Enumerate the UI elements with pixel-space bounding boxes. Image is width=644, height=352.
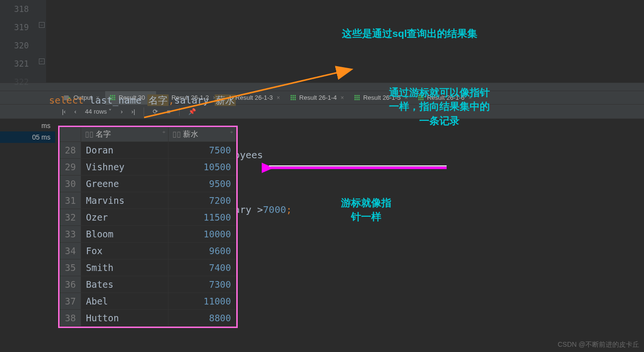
- row-number-cell[interactable]: 34: [60, 243, 81, 259]
- cell-salary[interactable]: 9600: [169, 243, 236, 259]
- column-header-name[interactable]: ▯▯名字÷: [81, 128, 169, 142]
- line-number: 318: [0, 0, 29, 18]
- sql-identifier: last_name: [89, 94, 141, 106]
- row-number-cell[interactable]: 33: [60, 226, 81, 243]
- cell-name[interactable]: Ozer: [81, 209, 169, 226]
- cell-name[interactable]: Smith: [81, 259, 169, 276]
- cell-name[interactable]: Vishney: [81, 159, 169, 176]
- row-number-cell[interactable]: 37: [60, 293, 81, 310]
- cell-salary[interactable]: 9500: [169, 176, 236, 192]
- fold-end-icon[interactable]: ⌐: [39, 59, 45, 64]
- line-number: 320: [0, 36, 29, 55]
- table-row[interactable]: 37Abel11000: [60, 293, 236, 310]
- row-number-cell[interactable]: 29: [60, 159, 81, 176]
- table-row[interactable]: 33Bloom10000: [60, 226, 236, 243]
- sql-alias: 名字: [147, 94, 169, 106]
- column-icon: ▯▯: [85, 130, 94, 138]
- cell-name[interactable]: Bates: [81, 276, 169, 293]
- stop-button[interactable]: ■: [165, 107, 172, 116]
- table-row[interactable]: 30Greene9500: [60, 176, 236, 192]
- line-number: 322: [0, 73, 29, 91]
- results-grid[interactable]: ▯▯名字÷ ▯▯薪水÷ 28Doran750029Vishney1050030G…: [58, 126, 238, 328]
- row-number-cell[interactable]: 36: [60, 276, 81, 293]
- table-row[interactable]: 28Doran7500: [60, 142, 236, 159]
- sql-keyword: select: [49, 94, 84, 106]
- cell-name[interactable]: Marvins: [81, 192, 169, 209]
- row-number-cell[interactable]: 31: [60, 192, 81, 209]
- cell-name[interactable]: Bloom: [81, 226, 169, 243]
- table-row[interactable]: 31Marvins7200: [60, 192, 236, 209]
- line-number: 321: [0, 55, 29, 73]
- row-number-cell[interactable]: 35: [60, 259, 81, 276]
- row-number-cell[interactable]: 38: [60, 310, 81, 327]
- cell-salary[interactable]: 7300: [169, 276, 236, 293]
- row-number-cell[interactable]: 30: [60, 176, 81, 192]
- cell-salary[interactable]: 10500: [169, 159, 236, 176]
- cell-name[interactable]: Abel: [81, 293, 169, 310]
- column-icon: ▯▯: [172, 130, 181, 138]
- annotation-text: 通过游标就可以像指针 一样，指向结果集中的 一条记录: [389, 85, 490, 128]
- fold-column: − ⌐: [37, 0, 46, 82]
- code-content[interactable]: select last_name 名字,salary 薪水 from emplo…: [46, 0, 644, 82]
- watermark-text: CSDN @不断前进的皮卡丘: [558, 340, 639, 349]
- cell-salary[interactable]: 11500: [169, 209, 236, 226]
- cell-salary[interactable]: 10000: [169, 226, 236, 243]
- fold-start-icon[interactable]: −: [39, 22, 45, 28]
- sort-icon[interactable]: ÷: [163, 129, 166, 135]
- sidebar-label: ms: [0, 120, 55, 131]
- column-header-salary[interactable]: ▯▯薪水÷: [169, 128, 236, 142]
- table-row[interactable]: 32Ozer11500: [60, 209, 236, 226]
- table-row[interactable]: 36Bates7300: [60, 276, 236, 293]
- table-row[interactable]: 35Smith7400: [60, 259, 236, 276]
- sql-alias: 薪水: [215, 94, 236, 106]
- results-table: ▯▯名字÷ ▯▯薪水÷ 28Doran750029Vishney1050030G…: [60, 127, 236, 327]
- table-row[interactable]: 38Hutton8800: [60, 310, 236, 327]
- cell-name[interactable]: Fox: [81, 243, 169, 259]
- table-row[interactable]: 34Fox9600: [60, 243, 236, 259]
- code-editor[interactable]: 318 319 320 321 322 − ⌐ select last_name…: [0, 0, 644, 82]
- annotation-text: 这些是通过sql查询出的结果集: [342, 26, 477, 40]
- row-number-cell[interactable]: 28: [60, 142, 81, 159]
- sort-icon[interactable]: ÷: [231, 129, 233, 135]
- cell-salary[interactable]: 7500: [169, 142, 236, 159]
- cell-salary[interactable]: 7400: [169, 259, 236, 276]
- cell-name[interactable]: Greene: [81, 176, 169, 192]
- annotation-text: 游标就像指 针一样: [341, 196, 391, 224]
- cell-salary[interactable]: 7200: [169, 192, 236, 209]
- sidebar-item-selected[interactable]: 05 ms: [0, 131, 55, 143]
- table-row[interactable]: 29Vishney10500: [60, 159, 236, 176]
- cell-name[interactable]: Hutton: [81, 310, 169, 327]
- row-number-cell[interactable]: 32: [60, 209, 81, 226]
- cell-name[interactable]: Doran: [81, 142, 169, 159]
- line-number: 319: [0, 18, 29, 36]
- line-gutter: 318 319 320 321 322: [0, 0, 37, 82]
- cell-salary[interactable]: 8800: [169, 310, 236, 327]
- row-number-header[interactable]: [60, 128, 81, 142]
- execution-sidebar: ms 05 ms: [0, 120, 55, 143]
- cell-salary[interactable]: 11000: [169, 293, 236, 310]
- sql-identifier: salary: [174, 94, 209, 106]
- sql-number: 7000: [263, 204, 286, 215]
